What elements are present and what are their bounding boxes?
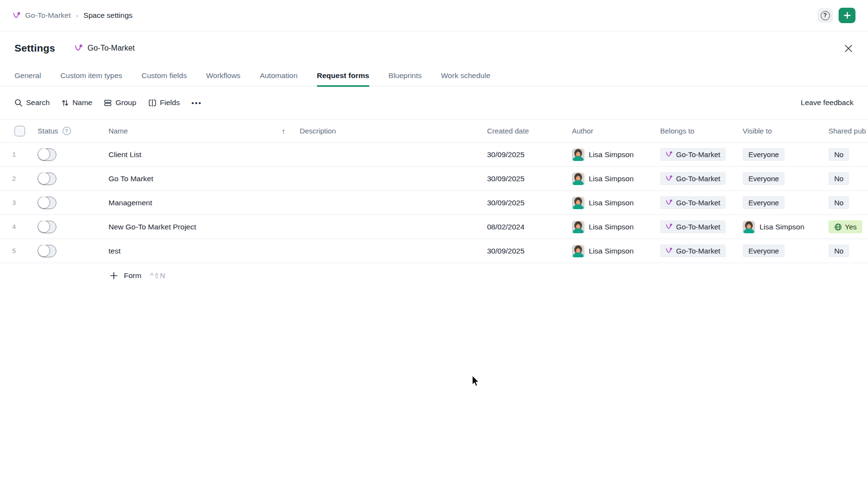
- more-options-button[interactable]: •••: [191, 99, 202, 107]
- column-header-created-date[interactable]: Created date: [487, 127, 529, 135]
- add-form-button[interactable]: Form: [110, 271, 141, 280]
- select-all-checkbox[interactable]: [14, 126, 25, 136]
- toggle-knob: [38, 221, 50, 233]
- author-cell: Lisa Simpson: [567, 173, 655, 185]
- row-number: 5: [12, 247, 15, 254]
- belongs-to-label: Go-To-Market: [676, 199, 720, 207]
- top-bar: Go-To-Market › Space settings ?: [0, 0, 868, 31]
- row-number: 4: [12, 223, 15, 230]
- keyboard-shortcut: ^⇧N: [150, 271, 165, 280]
- column-header-name[interactable]: Name: [108, 127, 128, 135]
- status-help-icon[interactable]: ?: [63, 127, 71, 135]
- belongs-to-badge[interactable]: Go-To-Market: [660, 244, 726, 257]
- table-row[interactable]: 2 Go To Market 30/09/2025 Lisa Simpson G…: [0, 167, 868, 191]
- visible-to-pill: Everyone: [743, 148, 785, 161]
- space-icon: [665, 151, 673, 158]
- visible-to-username: Lisa Simpson: [760, 223, 804, 231]
- tab-workflows[interactable]: Workflows: [206, 65, 240, 86]
- tab-custom-fields[interactable]: Custom fields: [142, 65, 187, 86]
- visible-to-user: Lisa Simpson: [743, 221, 804, 233]
- space-icon: [665, 199, 673, 206]
- author-avatar: [572, 221, 584, 233]
- add-button[interactable]: [839, 8, 855, 23]
- globe-icon: [834, 223, 842, 231]
- author-avatar: [572, 148, 584, 161]
- status-toggle[interactable]: [38, 197, 56, 209]
- author-cell: Lisa Simpson: [567, 221, 655, 233]
- shared-label: No: [834, 174, 843, 183]
- form-name[interactable]: Client List: [108, 150, 141, 159]
- tabs-bar: General Custom item types Custom fields …: [0, 65, 868, 86]
- fields-button[interactable]: Fields: [148, 98, 180, 107]
- column-header-status[interactable]: Status: [38, 127, 58, 135]
- status-toggle[interactable]: [38, 221, 56, 233]
- close-icon[interactable]: [842, 42, 854, 54]
- form-name[interactable]: New Go-To Market Project: [108, 223, 196, 231]
- shared-publicly-pill: Yes: [828, 220, 862, 233]
- belongs-to-badge[interactable]: Go-To-Market: [660, 172, 726, 185]
- table-row[interactable]: 1 Client List 30/09/2025 Lisa Simpson Go…: [0, 143, 868, 167]
- list-toolbar: Search Name Group Fields ••• Leave feedb…: [0, 86, 868, 119]
- belongs-to-label: Go-To-Market: [676, 150, 720, 159]
- visible-to-cell: Everyone: [738, 148, 824, 161]
- plus-icon: [110, 272, 118, 280]
- created-date: 30/09/2025: [487, 247, 525, 255]
- visible-to-label: Everyone: [748, 199, 779, 207]
- tab-blueprints[interactable]: Blueprints: [389, 65, 422, 86]
- visible-to-cell: Everyone: [738, 172, 824, 185]
- form-name[interactable]: Management: [108, 199, 152, 207]
- sort-ascending-icon[interactable]: ↑: [282, 127, 285, 135]
- author-name: Lisa Simpson: [589, 223, 634, 231]
- table-row[interactable]: 3 Management 30/09/2025 Lisa Simpson Go-…: [0, 191, 868, 215]
- user-avatar: [743, 221, 755, 233]
- tab-automation[interactable]: Automation: [260, 65, 298, 86]
- leave-feedback-button[interactable]: Leave feedback: [801, 98, 854, 107]
- author-name: Lisa Simpson: [589, 199, 634, 207]
- row-number: 1: [12, 151, 15, 158]
- form-name[interactable]: test: [108, 247, 121, 255]
- table-row[interactable]: 5 test 30/09/2025 Lisa Simpson Go-To-Mar…: [0, 239, 868, 263]
- visible-to-label: Everyone: [748, 150, 779, 159]
- table-row[interactable]: 4 New Go-To Market Project 08/02/2024 Li…: [0, 215, 868, 239]
- author-avatar: [572, 197, 584, 209]
- group-icon: [104, 99, 112, 107]
- tab-request-forms[interactable]: Request forms: [317, 65, 369, 86]
- breadcrumb-space-link[interactable]: Go-To-Market: [25, 11, 71, 20]
- column-header-description[interactable]: Description: [285, 127, 336, 135]
- column-header-visible-to[interactable]: Visible to: [743, 127, 772, 135]
- belongs-to-badge[interactable]: Go-To-Market: [660, 220, 726, 233]
- column-header-belongs-to[interactable]: Belongs to: [660, 127, 694, 135]
- shared-label: No: [834, 150, 843, 159]
- help-button[interactable]: ?: [817, 8, 833, 23]
- belongs-to-badge[interactable]: Go-To-Market: [660, 148, 726, 161]
- search-button[interactable]: Search: [14, 98, 50, 107]
- belongs-to-badge[interactable]: Go-To-Market: [660, 196, 726, 209]
- breadcrumb-current-page: Space settings: [83, 11, 133, 20]
- help-icon: ?: [821, 11, 830, 20]
- page-title: Settings: [14, 42, 55, 54]
- toggle-knob: [38, 245, 50, 257]
- created-date: 30/09/2025: [487, 174, 525, 183]
- group-button[interactable]: Group: [104, 98, 136, 107]
- tab-general[interactable]: General: [14, 65, 41, 86]
- status-toggle[interactable]: [38, 245, 56, 257]
- status-toggle[interactable]: [38, 173, 56, 185]
- author-name: Lisa Simpson: [589, 174, 634, 183]
- sort-button[interactable]: Name: [61, 98, 92, 107]
- shared-publicly-pill: No: [828, 172, 849, 185]
- status-toggle[interactable]: [38, 148, 56, 161]
- tab-work-schedule[interactable]: Work schedule: [441, 65, 490, 86]
- column-header-author[interactable]: Author: [572, 127, 593, 135]
- search-icon: [14, 99, 23, 107]
- author-cell: Lisa Simpson: [567, 245, 655, 257]
- author-cell: Lisa Simpson: [567, 148, 655, 161]
- space-icon: [665, 175, 673, 182]
- form-name[interactable]: Go To Market: [108, 174, 153, 183]
- author-avatar: [572, 245, 584, 257]
- tab-custom-item-types[interactable]: Custom item types: [60, 65, 122, 86]
- app-window: Go-To-Market › Space settings ? Settings…: [0, 0, 868, 494]
- space-icon: [13, 12, 21, 20]
- column-header-shared-publicly[interactable]: Shared pub: [828, 127, 866, 135]
- shared-label: No: [834, 247, 843, 255]
- space-icon: [74, 44, 83, 53]
